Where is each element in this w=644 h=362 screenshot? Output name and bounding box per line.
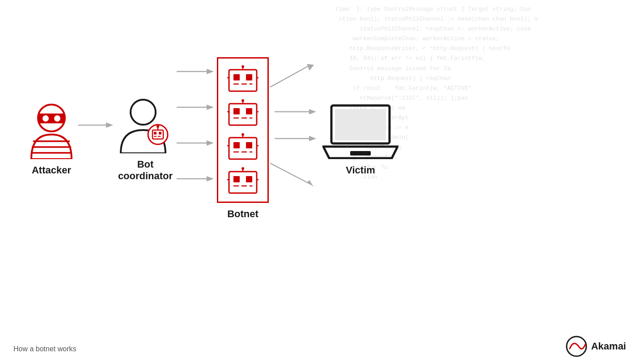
- svg-marker-21: [207, 105, 214, 110]
- attacker-label: Attacker: [32, 164, 71, 176]
- arrow-to-bot2: [177, 103, 215, 112]
- arrow-bot3-to-victim: [275, 134, 317, 143]
- bot-icon-2: [227, 99, 258, 127]
- svg-line-72: [270, 163, 310, 184]
- svg-line-66: [270, 66, 308, 87]
- svg-rect-46: [229, 138, 257, 159]
- svg-point-9: [131, 100, 156, 125]
- svg-rect-13: [159, 132, 161, 135]
- svg-point-63: [242, 167, 244, 170]
- victim-node: Victim: [322, 101, 398, 176]
- svg-marker-23: [207, 140, 214, 146]
- svg-rect-75: [335, 109, 386, 140]
- arrow-bot1-to-victim: [270, 63, 322, 89]
- svg-rect-26: [229, 70, 257, 91]
- victim-label: Victim: [346, 164, 375, 176]
- svg-marker-8: [106, 122, 113, 128]
- bot-coordinator-node: Bot coordinator: [116, 95, 174, 182]
- arrow-to-bot1: [177, 67, 215, 76]
- svg-rect-12: [154, 132, 157, 135]
- svg-rect-56: [229, 172, 257, 193]
- svg-rect-57: [233, 176, 240, 182]
- svg-point-43: [242, 99, 244, 102]
- svg-rect-37: [233, 108, 240, 114]
- svg-rect-38: [246, 108, 252, 114]
- svg-rect-28: [246, 74, 252, 80]
- arrow-bot4-to-victim: [270, 161, 322, 188]
- bot-icon-1: [227, 65, 258, 93]
- botnet-section: Botnet: [217, 57, 269, 220]
- caption: How a botnet works: [13, 345, 76, 353]
- svg-point-3: [54, 115, 60, 122]
- bot-icon-3: [227, 133, 258, 161]
- arrow-to-bot4: [177, 174, 215, 183]
- botnet-box: [217, 57, 269, 203]
- arrows-to-botnet: [174, 54, 217, 223]
- svg-marker-69: [309, 109, 316, 114]
- svg-point-17: [157, 125, 159, 128]
- attacker-icon: [27, 101, 76, 159]
- botnet-label: Botnet: [227, 208, 258, 220]
- svg-point-77: [567, 337, 586, 356]
- svg-point-53: [242, 133, 244, 136]
- victim-icon: [322, 101, 398, 159]
- svg-rect-58: [246, 176, 252, 182]
- svg-rect-27: [233, 74, 240, 80]
- arrow-to-bot3: [177, 139, 215, 147]
- svg-rect-36: [229, 104, 257, 125]
- svg-marker-71: [309, 136, 316, 141]
- svg-marker-25: [207, 176, 214, 181]
- arrow-bot2-to-victim: [275, 107, 317, 116]
- bot-icon-4: [227, 167, 258, 195]
- akamai-text: Akamai: [591, 341, 626, 352]
- akamai-icon: [565, 335, 588, 358]
- svg-rect-47: [233, 142, 240, 148]
- attacker-node: Attacker: [27, 101, 76, 176]
- bot-coordinator-label: Bot coordinator: [118, 159, 173, 182]
- svg-point-2: [42, 115, 49, 122]
- svg-rect-1: [38, 114, 65, 123]
- diagram: Attacker Bot coordinato: [27, 54, 564, 223]
- svg-rect-76: [350, 151, 371, 156]
- arrow-attacker-to-bot: [76, 120, 116, 157]
- svg-rect-48: [246, 142, 252, 148]
- bot-coordinator-icon: [116, 95, 174, 153]
- arrows-to-victim: [269, 54, 322, 223]
- akamai-logo: Akamai: [565, 335, 626, 358]
- svg-marker-19: [207, 69, 214, 74]
- svg-marker-67: [307, 64, 314, 71]
- svg-point-33: [242, 65, 244, 68]
